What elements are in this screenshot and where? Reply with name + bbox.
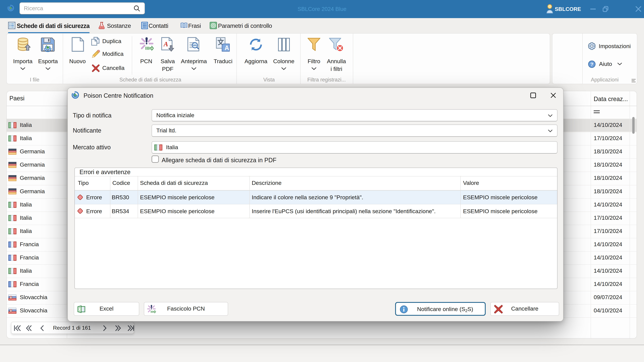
svg-text:A: A [224,44,229,51]
svg-text:A: A [163,40,168,48]
svg-text:?: ? [590,61,593,67]
